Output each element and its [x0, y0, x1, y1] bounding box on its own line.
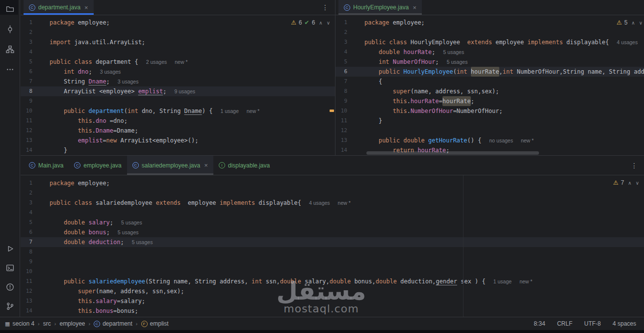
code-line-7[interactable]: 7 String Dname;3 usages	[21, 77, 335, 86]
problems-icon[interactable]	[3, 280, 16, 293]
code-line-12[interactable]: 12	[335, 126, 644, 136]
tab-Main.java[interactable]: CMain.java	[24, 156, 69, 175]
line-number[interactable]: 4	[21, 47, 32, 57]
code-line-2[interactable]: 2	[335, 28, 644, 37]
status-4-spaces[interactable]: 4 spaces	[613, 320, 636, 327]
close-tab-icon[interactable]: ×	[204, 162, 208, 169]
line-number[interactable]: 8	[21, 86, 32, 96]
tab-department.java[interactable]: Cdepartment.java×	[24, 0, 94, 15]
tab-employee.java[interactable]: Cemployee.java	[69, 156, 127, 175]
code-line-2[interactable]: 2	[21, 188, 644, 198]
close-tab-icon[interactable]: ×	[84, 4, 88, 11]
line-number[interactable]: 5	[21, 218, 32, 227]
line-number[interactable]: 9	[21, 96, 32, 106]
line-number[interactable]: 11	[21, 277, 32, 286]
code-line-5[interactable]: 5 double salary;5 usages	[21, 218, 644, 227]
code-line-2[interactable]: 2	[21, 28, 335, 37]
next-problem-icon[interactable]: ∨	[639, 20, 643, 26]
weak-warning-icon[interactable]: ✔	[305, 19, 309, 26]
line-number[interactable]: 12	[21, 286, 32, 296]
line-number[interactable]: 3	[335, 37, 347, 47]
code-line-1[interactable]: 1package employee;	[21, 18, 335, 28]
editor-tab-options-icon[interactable]: ⋮	[624, 156, 644, 175]
line-number[interactable]: 13	[21, 296, 32, 306]
line-number[interactable]: 7	[335, 77, 347, 86]
code-line-3[interactable]: 3import java.util.ArrayList;	[21, 37, 335, 47]
more-tool-windows-icon[interactable]	[3, 63, 16, 76]
line-number[interactable]: 8	[335, 86, 347, 96]
run-icon[interactable]	[3, 242, 16, 255]
code-line-13[interactable]: 13 emplist=new ArrayList<employee>();	[21, 136, 335, 145]
code-line-6[interactable]: 6 double bonus;5 usages	[21, 227, 644, 237]
warning-stripe-marker[interactable]	[330, 110, 334, 112]
next-problem-icon[interactable]: ∨	[327, 20, 330, 26]
line-number[interactable]: 11	[335, 116, 347, 126]
code-editor-salariedemployee[interactable]: ⚠7∧∨ 1package employee;23public class sa…	[21, 175, 644, 317]
line-number[interactable]: 11	[21, 116, 32, 126]
code-line-4[interactable]: 4	[21, 208, 644, 218]
status-CRLF[interactable]: CRLF	[557, 320, 572, 327]
code-line-10[interactable]: 10 this.NumberOfHour=NumberOfHour;	[335, 106, 644, 116]
line-number[interactable]: 13	[21, 136, 32, 145]
code-line-4[interactable]: 4 double hourRate;5 usages	[335, 47, 644, 57]
line-number[interactable]: 2	[21, 28, 32, 37]
breadcrumb-src[interactable]: src	[43, 320, 51, 327]
previous-problem-icon[interactable]: ∧	[631, 20, 635, 26]
code-line-12[interactable]: 12 super(name, address, ssn,sex);	[21, 286, 644, 296]
line-number[interactable]: 2	[335, 28, 347, 37]
breadcrumb-department[interactable]: Cdepartment	[94, 320, 132, 327]
line-number[interactable]: 12	[21, 126, 32, 136]
editor-tab-options-icon[interactable]: ⋮	[315, 0, 335, 15]
line-number[interactable]: 8	[21, 247, 32, 257]
code-line-14[interactable]: 14 }	[21, 145, 335, 155]
line-number[interactable]: 3	[21, 198, 32, 208]
horizontal-scrollbar[interactable]	[366, 151, 539, 155]
version-control-icon[interactable]	[3, 300, 16, 312]
code-line-3[interactable]: 3public class HourlyEmployee extends emp…	[335, 37, 644, 47]
line-number[interactable]: 7	[21, 77, 32, 86]
line-number[interactable]: 1	[21, 178, 32, 188]
line-number[interactable]: 14	[21, 306, 32, 316]
breadcrumb-secion-4[interactable]: ▦secion 4	[5, 320, 34, 327]
code-line-11[interactable]: 11 this.dno =dno;	[21, 116, 335, 126]
code-editor-department[interactable]: ⚠6✔6∧∨ 1package employee;23import java.u…	[21, 15, 335, 155]
line-number[interactable]: 9	[335, 96, 347, 106]
close-tab-icon[interactable]: ×	[412, 4, 416, 11]
tab-displayable.java[interactable]: Idisplayable.java	[213, 156, 275, 175]
code-line-4[interactable]: 4	[21, 47, 335, 57]
code-line-6[interactable]: 6 public HourlyEmployee(int hourRate,int…	[335, 67, 644, 77]
structure-icon[interactable]	[3, 43, 16, 56]
line-number[interactable]: 10	[21, 267, 32, 277]
code-line-3[interactable]: 3public class salariedemployee extends e…	[21, 198, 644, 208]
line-number[interactable]: 12	[335, 126, 347, 136]
terminal-icon[interactable]	[3, 261, 16, 274]
line-number[interactable]: 10	[335, 106, 347, 116]
line-number[interactable]: 4	[21, 208, 32, 218]
code-line-9[interactable]: 9	[21, 96, 335, 106]
line-number[interactable]: 14	[21, 145, 32, 155]
line-number[interactable]: 7	[21, 237, 32, 247]
line-number[interactable]: 2	[21, 188, 32, 198]
line-number[interactable]: 6	[21, 227, 32, 237]
code-line-5[interactable]: 5 int NumberOfHour;5 usages	[335, 57, 644, 67]
warning-icon[interactable]: ⚠	[617, 19, 622, 26]
code-line-1[interactable]: 1package employee;	[21, 178, 644, 188]
code-line-11[interactable]: 11 public salariedemployee(String name, …	[21, 277, 644, 286]
line-number[interactable]: 9	[21, 257, 32, 267]
code-line-9[interactable]: 9 this.hourRate=hourRate;	[335, 96, 644, 106]
line-number[interactable]: 13	[335, 136, 347, 145]
code-line-10[interactable]: 10	[21, 267, 644, 277]
code-line-7[interactable]: 7 {	[335, 77, 644, 86]
code-line-9[interactable]: 9	[21, 257, 644, 267]
code-line-8[interactable]: 8	[21, 247, 644, 257]
project-folder-icon[interactable]	[3, 2, 16, 15]
previous-problem-icon[interactable]: ∧	[319, 20, 322, 26]
code-line-10[interactable]: 10 public department(int dno, String Dna…	[21, 106, 335, 116]
previous-problem-icon[interactable]: ∧	[628, 180, 631, 186]
status-UTF-8[interactable]: UTF-8	[584, 320, 601, 327]
breadcrumb-emplist[interactable]: Femplist	[141, 320, 169, 327]
breadcrumb-employee[interactable]: employee	[59, 320, 85, 327]
code-line-12[interactable]: 12 this.Dname=Dname;	[21, 126, 335, 136]
code-line-14[interactable]: 14 this.bonus=bonus;	[21, 306, 644, 316]
warning-icon[interactable]: ⚠	[613, 179, 618, 186]
